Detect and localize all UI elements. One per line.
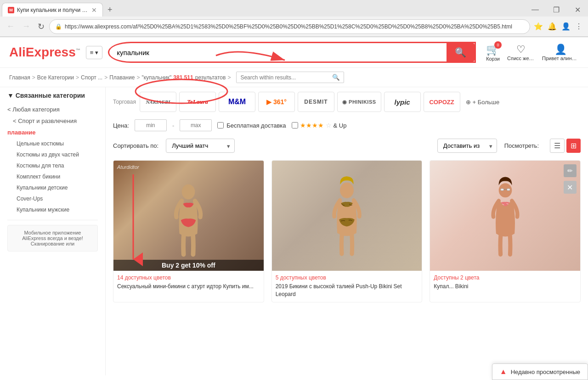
search-within-button[interactable]: 🔍 [328, 72, 344, 83]
sidebar-divider [7, 220, 98, 220]
forward-button[interactable]: → [19, 20, 33, 33]
sidebar-item-bikini-set[interactable]: Комплект бикини [7, 171, 98, 182]
breadcrumb-home[interactable]: Главная [9, 74, 30, 81]
product-colors-1: 14 доступных цветов [117, 274, 260, 281]
maximize-button[interactable]: ❐ [546, 1, 567, 18]
brand-logos: NAKIAEBI TeLaura M&M ▶ 361° DESMIT ◉ PHI… [140, 92, 460, 112]
product-title-2: 2019 Бикини с высокой талией Push-Up Bik… [276, 283, 418, 298]
brand-logo-copozz[interactable]: COPOZZ [424, 92, 460, 112]
card-edit-button[interactable]: ✏ [564, 164, 577, 177]
more-options-button[interactable]: ⋮ [573, 20, 584, 33]
brand-name: lypic [394, 98, 410, 106]
breadcrumb-sport[interactable]: Спорт ... [81, 74, 102, 81]
sidebar-item-sport[interactable]: < Спорт и развлечения [7, 115, 98, 127]
product-image-1: Aturdidtor Buy 2 get 10% off [113, 161, 264, 271]
address-bar[interactable]: 🔒 https://www.aliexpress.com/af/%25D0%25… [49, 19, 530, 34]
product-card-1[interactable]: Aturdidtor Buy 2 get 10% off 14 доступны… [113, 160, 264, 302]
back-button[interactable]: ← [4, 20, 17, 33]
sidebar-item-bodysuits[interactable]: Костюмы для тела [7, 160, 98, 171]
list-view-button[interactable]: ☰ [550, 139, 565, 153]
menu-button[interactable]: ≡ ▾ [86, 46, 103, 59]
close-icon: ✕ [567, 183, 573, 192]
active-tab[interactable]: M Купи купальник и получи бесп... ✕ [2, 3, 103, 17]
price-min-input[interactable] [135, 119, 167, 131]
ali-header-wrapper: AliExpress™ ≡ ▾ 🔍 🛒 0 Корзи ♡ Списс жела… [0, 37, 588, 68]
reload-button[interactable]: ↻ [35, 20, 47, 34]
brand-logo-phinikiss[interactable]: ◉ PHINIKISS [337, 92, 381, 112]
search-within-box[interactable]: 🔍 [236, 72, 344, 83]
free-delivery-filter: Бесплатная доставка [217, 122, 286, 129]
window-controls: — ❐ ✕ [525, 1, 588, 18]
sidebar-item-label: < Спорт и развлечения [13, 117, 77, 124]
wishlist-label: Списс желан [507, 56, 535, 61]
star-filter-checkbox[interactable] [292, 122, 298, 129]
breadcrumb-all-categories[interactable]: Все Категории [37, 74, 74, 81]
ship-from-wrapper: Доставить из Россия Китай США ▾ [437, 139, 497, 153]
notifications-button[interactable]: 🔔 [546, 20, 559, 33]
price-max-input[interactable] [180, 119, 212, 131]
sidebar-item-kids-swimwear[interactable]: Купальники детские [7, 182, 98, 193]
ship-from-select[interactable]: Доставить из Россия Китай США [437, 139, 497, 153]
sidebar-item-mens-swimwear[interactable]: Купальники мужские [7, 204, 98, 215]
grid-view-button[interactable]: ⊞ [566, 139, 581, 153]
brand-logo-lypic[interactable]: lypic [384, 92, 421, 112]
star-filter[interactable]: ★★★★ ☆ & Up [292, 122, 347, 129]
brand-row: Торговая NAKIAEBI TeLaura M&M ▶ 361° DES… [113, 92, 581, 112]
cart-label: Корзи [486, 56, 500, 61]
account-action[interactable]: 👤 Привет алина Мой AliExpress [542, 44, 579, 61]
extensions-button[interactable]: ⭐ [532, 20, 545, 33]
sidebar-item-label: < Любая категория [7, 106, 60, 113]
brand-name: M&M [228, 98, 246, 106]
cart-action[interactable]: 🛒 0 Корзи [486, 43, 500, 61]
brand-name: ▶ 361° [266, 98, 287, 106]
search-button[interactable]: 🔍 [447, 43, 475, 61]
grid-view-icon: ⊞ [571, 142, 577, 150]
product-badge-1: Buy 2 get 10% off [113, 260, 264, 271]
product-card-2[interactable]: 5 доступных цветов 2019 Бикини с высокой… [271, 160, 423, 302]
sidebar-item-swimming[interactable]: плавание [7, 127, 98, 138]
edit-icon: ✏ [567, 167, 573, 174]
view-label: Посмотреть: [504, 142, 539, 149]
card-close-button[interactable]: ✕ [564, 181, 577, 194]
close-tab-btn[interactable]: ✕ [91, 6, 97, 14]
sidebar-item-any-category[interactable]: < Любая категория [7, 104, 98, 115]
account-icon: 👤 [554, 44, 567, 56]
brand-logo-nakiaebi[interactable]: NAKIAEBI [140, 92, 176, 112]
breadcrumb-swimming[interactable]: Плавание [109, 74, 135, 81]
brand-logo-telaura[interactable]: TeLaura [179, 92, 216, 112]
svg-rect-7 [500, 189, 503, 191]
brand-logo-361[interactable]: ▶ 361° [258, 92, 295, 112]
lock-icon: 🔒 [55, 23, 62, 30]
product-card-3[interactable]: ✏ ✕ Доступны 2 цвета Купал... Bikini [430, 160, 581, 302]
wishlist-icon: ♡ [516, 44, 526, 56]
tab-favicon: M [8, 7, 14, 13]
search-input[interactable] [109, 45, 447, 60]
brand-logo-desmit[interactable]: DESMIT [298, 92, 334, 112]
minimize-button[interactable]: — [525, 1, 546, 18]
ali-logo[interactable]: AliExpress™ [9, 45, 80, 60]
search-within-input[interactable] [237, 73, 328, 83]
product-title-3: Купал... Bikini [434, 283, 577, 291]
brand-logo-mm[interactable]: M&M [219, 92, 255, 112]
breadcrumb-sep-1: > [32, 74, 35, 81]
product-info-1: 14 доступных цветов Сексуальный мини-бик… [113, 271, 264, 294]
free-delivery-checkbox[interactable] [217, 122, 224, 129]
product-grid: Aturdidtor Buy 2 get 10% off 14 доступны… [113, 160, 581, 302]
breadcrumb-sep-5: > [227, 74, 231, 81]
sort-select[interactable]: Лучший матч Цена Заказы Новинки [166, 139, 235, 153]
price-filter-label: Цена: [113, 122, 129, 129]
recently-viewed-label: Недавно просмотренные [511, 369, 580, 375]
star-empty: ☆ [326, 122, 332, 129]
browser-toolbar: ← → ↻ 🔒 https://www.aliexpress.com/af/%2… [0, 17, 588, 37]
sidebar-item-cover-ups[interactable]: Cover-Ups [7, 193, 98, 204]
profile-button[interactable]: 👤 [560, 20, 572, 33]
close-window-button[interactable]: ✕ [567, 1, 588, 18]
recently-viewed-panel[interactable]: ▲ Недавно просмотренные [492, 363, 588, 375]
brand-name: NAKIAEBI [146, 99, 170, 105]
wishlist-action[interactable]: ♡ Списс желан [507, 44, 535, 61]
sidebar-item-two-piece[interactable]: Костюмы из двух частей [7, 149, 98, 160]
more-brands-button[interactable]: ⊕ + Больше [466, 99, 500, 106]
new-tab-button[interactable]: + [103, 5, 117, 15]
sidebar-item-onesies[interactable]: Цельные костюмы [7, 138, 98, 149]
product-info-3: Доступны 2 цвета Купал... Bikini [430, 271, 580, 294]
